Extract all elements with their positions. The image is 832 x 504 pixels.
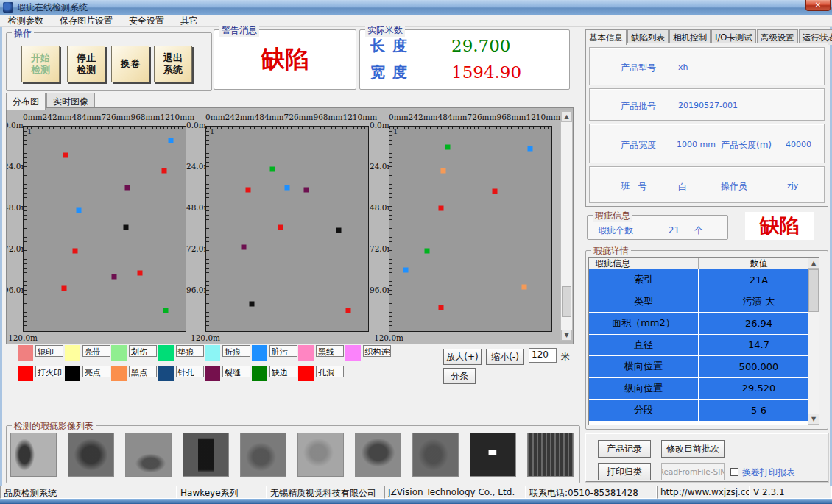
zoom-out-button[interactable]: 缩小(-) bbox=[486, 349, 524, 365]
defect-marker-脏污[interactable] bbox=[285, 185, 290, 191]
table-scroll-up-icon[interactable]: ▲ bbox=[808, 258, 819, 269]
table-scrollbar-thumb[interactable] bbox=[808, 269, 819, 312]
product-model-label: 产品型号 bbox=[621, 62, 656, 74]
defect-marker-打火印[interactable] bbox=[138, 271, 143, 276]
defect-marker-缺边[interactable] bbox=[163, 308, 169, 313]
defect-marker-亮点[interactable] bbox=[336, 228, 342, 233]
defect-thumbnail-7[interactable] bbox=[355, 433, 401, 477]
legend-label: 裂缝 bbox=[222, 366, 250, 377]
defect-thumbnail-9[interactable] bbox=[470, 433, 516, 477]
defect-marker-缺边[interactable] bbox=[445, 144, 451, 149]
right-tab-1[interactable]: 基本信息 bbox=[585, 29, 627, 45]
width-row: 宽度 1594.90 bbox=[370, 61, 562, 83]
table-row[interactable]: 横向位置500.000 bbox=[589, 356, 819, 378]
defect-marker-裂缝[interactable] bbox=[124, 185, 130, 191]
flaw-info-group: 瑕疵信息 瑕疵个数 21 个 bbox=[587, 215, 728, 240]
table-row[interactable]: 纵向位置29.520 bbox=[589, 378, 819, 400]
modify-batch-button[interactable]: 修改目前批次 bbox=[661, 440, 725, 458]
scatter-plot-3[interactable]: 1 bbox=[389, 126, 552, 332]
legend-swatch-icon bbox=[252, 345, 267, 361]
defect-marker-打火印[interactable] bbox=[439, 206, 444, 211]
menu-item-4[interactable]: 其它 bbox=[172, 15, 206, 27]
menu-bar: 检测参数保存图片设置安全设置其它 bbox=[0, 15, 832, 27]
print-sort-button[interactable]: 打印归类 bbox=[598, 463, 651, 480]
defect-marker-脏污[interactable] bbox=[528, 146, 533, 152]
defect-marker-亮点[interactable] bbox=[249, 301, 254, 306]
y-axis-label: 120.0m bbox=[374, 333, 403, 342]
op-button-3[interactable]: 换卷 bbox=[111, 46, 149, 82]
x-axis-labels: 0mm242mm484mm726mm968mm1210mm bbox=[205, 113, 375, 121]
reprint-on-roll-change-checkbox[interactable] bbox=[730, 468, 738, 476]
op-button-2[interactable]: 停止 检测 bbox=[67, 46, 105, 82]
op-button-1[interactable]: 开始 检测 bbox=[21, 46, 60, 82]
y-axis-label: 48.0m bbox=[186, 203, 205, 212]
product-length-value: 40000 bbox=[786, 140, 811, 149]
legend-label: 针孔 bbox=[176, 366, 204, 377]
table-row[interactable]: 直径14.7 bbox=[589, 335, 819, 357]
reprint-on-roll-change-label[interactable]: 换卷打印报表 bbox=[742, 466, 795, 479]
legend-swatch-icon bbox=[158, 366, 174, 381]
scatter-plot-1[interactable]: 1 bbox=[23, 126, 186, 332]
defect-marker-脏污[interactable] bbox=[403, 267, 409, 272]
table-row[interactable]: 索引21A bbox=[589, 269, 819, 291]
defect-thumbnail-3[interactable] bbox=[125, 433, 172, 477]
table-scrollbar[interactable]: ▲ ▼ bbox=[808, 258, 819, 425]
meters-per-view-input[interactable]: 120 bbox=[529, 348, 557, 363]
close-button[interactable]: ✕ bbox=[805, 0, 831, 11]
legend-item: 脏污 bbox=[252, 345, 299, 361]
defect-marker-打火印[interactable] bbox=[63, 153, 68, 158]
menu-item-3[interactable]: 安全设置 bbox=[121, 15, 172, 27]
defect-marker-打火印[interactable] bbox=[278, 224, 283, 230]
defect-marker-打火印[interactable] bbox=[492, 189, 497, 194]
y-axis-label: 0.0m bbox=[6, 121, 23, 129]
menu-item-2[interactable]: 保存图片设置 bbox=[52, 15, 121, 27]
defect-marker-黑点[interactable] bbox=[521, 284, 526, 289]
status-cell-6: http://www.wxjzsj.com/ bbox=[657, 486, 750, 499]
defect-marker-打火印[interactable] bbox=[246, 187, 251, 192]
table-row[interactable]: 类型污渍-大 bbox=[589, 291, 819, 313]
defect-thumbnail-2[interactable] bbox=[68, 433, 114, 477]
y-axis-label: 96.0m bbox=[186, 285, 205, 294]
defect-marker-脏污[interactable] bbox=[169, 138, 174, 143]
defect-marker-缺边[interactable] bbox=[424, 249, 429, 254]
defect-marker-打火印[interactable] bbox=[346, 308, 351, 313]
defect-marker-打火印[interactable] bbox=[439, 305, 444, 310]
defect-marker-打火印[interactable] bbox=[162, 168, 167, 174]
defect-marker-裂缝[interactable] bbox=[112, 274, 117, 279]
legend-swatch-icon bbox=[298, 345, 314, 361]
zoom-in-button[interactable]: 放大(+) bbox=[443, 349, 482, 365]
defect-thumbnail-6[interactable] bbox=[297, 433, 344, 477]
defect-thumbnail-10[interactable] bbox=[527, 433, 574, 477]
defect-thumbnail-1[interactable] bbox=[10, 433, 57, 477]
table-row[interactable]: 面积（mm2）26.94 bbox=[589, 313, 819, 335]
product-record-button[interactable]: 产品记录 bbox=[598, 440, 651, 458]
defect-marker-黑点[interactable] bbox=[440, 168, 445, 174]
defect-thumbnail-4[interactable] bbox=[183, 433, 229, 477]
legend-item: 裂缝 bbox=[205, 366, 252, 381]
defect-marker-脏污[interactable] bbox=[76, 207, 81, 213]
view-tab-1[interactable]: 分布图 bbox=[6, 93, 46, 110]
op-button-4[interactable]: 退出 系统 bbox=[154, 46, 192, 82]
scrollbar-thumb[interactable] bbox=[562, 286, 571, 317]
defect-marker-缺边[interactable] bbox=[270, 166, 275, 171]
defect-marker-裂缝[interactable] bbox=[241, 245, 246, 250]
scroll-down-icon[interactable]: ▼ bbox=[561, 330, 572, 341]
product-batch-label: 产品批号 bbox=[621, 100, 656, 113]
defect-marker-打火印[interactable] bbox=[61, 286, 66, 291]
defect-images-group-label: 检测的瑕疵影像列表 bbox=[12, 420, 96, 433]
defect-marker-裂缝[interactable] bbox=[304, 187, 309, 192]
defect-thumbnail-8[interactable] bbox=[412, 433, 459, 477]
menu-item-1[interactable]: 检测参数 bbox=[0, 15, 52, 27]
legend-item: 垫痕 bbox=[158, 345, 205, 361]
defect-marker-亮点[interactable] bbox=[123, 224, 128, 230]
legend-label: 织构连续 bbox=[363, 345, 391, 357]
scroll-up-icon[interactable]: ▲ bbox=[561, 111, 572, 122]
split-strip-button[interactable]: 分条 bbox=[443, 368, 476, 384]
table-scroll-down-icon[interactable]: ▼ bbox=[808, 414, 819, 425]
table-row[interactable]: 分段5-6 bbox=[589, 400, 819, 422]
legend-label: 孔洞 bbox=[316, 366, 344, 377]
defect-thumbnail-5[interactable] bbox=[240, 433, 286, 477]
scatter-plot-2[interactable]: 1 bbox=[205, 126, 369, 332]
defect-marker-打火印[interactable] bbox=[73, 249, 78, 254]
plots-vertical-scrollbar[interactable]: ▲ ▼ bbox=[560, 110, 573, 341]
